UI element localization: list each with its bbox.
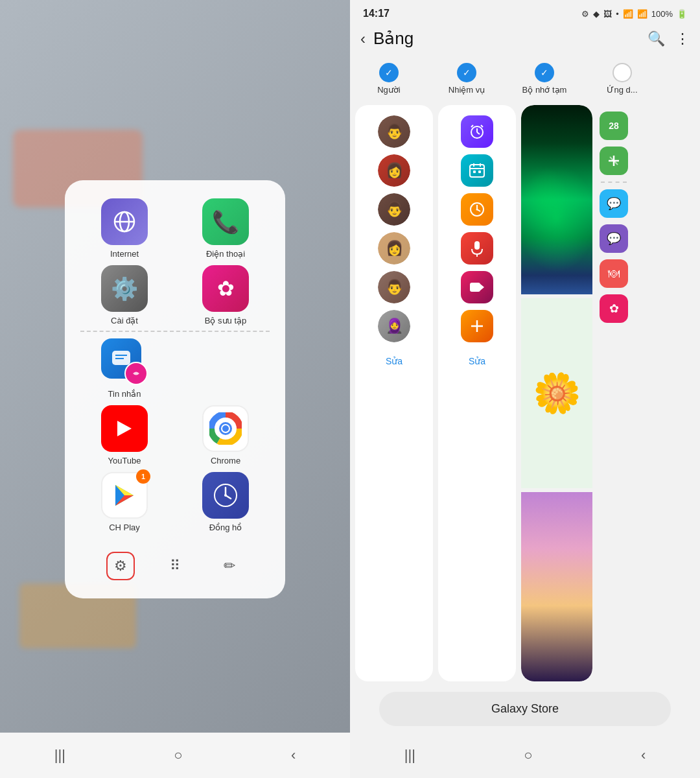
- galaxy-store-button[interactable]: Galaxy Store: [379, 692, 671, 726]
- task-calendar[interactable]: [461, 154, 493, 187]
- task-clock[interactable]: [461, 193, 493, 226]
- col-bonho: [521, 105, 592, 681]
- sua-nguoi-link[interactable]: Sửa: [386, 356, 402, 366]
- tab-nhiemvu[interactable]: ✓ Nhiệm vụ: [428, 59, 506, 99]
- nav-back-right[interactable]: ‹: [641, 747, 646, 764]
- chrome-icon: [202, 405, 249, 452]
- svg-point-29: [476, 209, 478, 211]
- dot-icon: •: [616, 9, 619, 19]
- extra-app-addx[interactable]: [600, 147, 628, 175]
- internet-label: Internet: [110, 249, 139, 259]
- yt-bg: [104, 414, 145, 443]
- nav-recent-left[interactable]: |||: [54, 747, 65, 764]
- app-grid-yt-chrome: YouTube: [80, 405, 270, 466]
- person-1-img: 👨: [378, 115, 410, 148]
- nav-home-left[interactable]: ○: [174, 747, 182, 764]
- divider-1: [80, 331, 270, 332]
- app-item-clock[interactable]: Đồng hồ: [181, 472, 270, 532]
- messages-icon-stack: [101, 338, 148, 385]
- task-mic[interactable]: [461, 232, 493, 265]
- avatar-2[interactable]: 👩: [378, 154, 410, 187]
- back-button[interactable]: ‹: [360, 30, 366, 48]
- app-item-internet[interactable]: Internet: [80, 198, 169, 259]
- person-2-img: 👩: [378, 154, 410, 187]
- widget-bottom-bar: ⚙ ⠿ ✏: [80, 543, 270, 585]
- chplay-icon-wrap: 1: [101, 472, 148, 519]
- app-item-chrome[interactable]: Chrome: [181, 405, 270, 466]
- app-item-messages[interactable]: Tin nhắn: [80, 338, 169, 399]
- youtube-label: YouTube: [108, 456, 141, 466]
- top-bar: ‹ Bảng 🔍 ⋮: [350, 23, 700, 56]
- search-icon[interactable]: 🔍: [648, 30, 665, 47]
- person-5-img: 👨: [378, 271, 410, 303]
- avatar-1[interactable]: 👨: [378, 115, 410, 148]
- app-item-phone[interactable]: 📞 Điện thoại: [181, 198, 270, 259]
- settings-highlight-icon: ⚙: [114, 558, 127, 574]
- app-item-placeholder: [181, 338, 270, 399]
- tab-nhiemvu-label: Nhiệm vụ: [449, 85, 485, 95]
- top-bar-left: ‹ Bảng: [360, 29, 414, 49]
- photo-divider: [521, 296, 592, 297]
- tab-nguoi[interactable]: ✓ Người: [350, 59, 428, 99]
- person-6-img: 🧕: [378, 310, 410, 342]
- task-add[interactable]: [461, 310, 493, 342]
- svg-rect-20: [470, 165, 484, 177]
- bảng-content: 👨 👩 👨 👩 👨 🧕 Sửa: [350, 105, 700, 681]
- more-icon[interactable]: ⋮: [675, 30, 690, 47]
- svg-rect-30: [474, 241, 480, 250]
- avatar-6[interactable]: 🧕: [378, 310, 410, 342]
- category-tabs: ✓ Người ✓ Nhiệm vụ ✓ Bộ nhớ tạm Ứng d...: [350, 56, 700, 105]
- svg-rect-25: [478, 171, 481, 173]
- avatar-3[interactable]: 👨: [378, 193, 410, 226]
- person-4-img: 👩: [378, 232, 410, 265]
- avatar-4[interactable]: 👩: [378, 232, 410, 265]
- app-item-youtube[interactable]: YouTube: [80, 405, 169, 466]
- task-video[interactable]: [461, 271, 493, 303]
- nav-home-right[interactable]: ○: [524, 747, 532, 764]
- svg-rect-32: [470, 283, 480, 292]
- photo-divider2: [521, 489, 592, 491]
- phone-label: Điện thoại: [206, 249, 245, 259]
- grid-icon: ⠿: [170, 558, 180, 574]
- tab-ungdung[interactable]: Ứng d...: [583, 59, 661, 99]
- extra-app-chat[interactable]: 💬: [600, 189, 628, 218]
- col-nhiemvu: Sửa: [438, 105, 516, 681]
- settings-highlighted-btn[interactable]: ⚙: [106, 552, 135, 580]
- app-grid-chplay-clock: 1 CH Play Đồng hồ: [80, 472, 270, 532]
- settings-label: Cài đặt: [111, 316, 138, 325]
- chrome-icon-inner: [205, 408, 246, 449]
- extra-app-food[interactable]: 🍽: [600, 259, 628, 288]
- app-item-settings[interactable]: ⚙️ Cài đặt: [80, 265, 169, 325]
- app-item-chplay[interactable]: 1 CH Play: [80, 472, 169, 532]
- tab-bonhotam[interactable]: ✓ Bộ nhớ tạm: [506, 59, 583, 99]
- avatar-5[interactable]: 👨: [378, 271, 410, 303]
- extra-app-flower[interactable]: ✿: [600, 294, 628, 323]
- nav-bar-left: ||| ○ ‹: [0, 733, 350, 778]
- photo-daisy: [521, 298, 592, 488]
- sua-nhiemvu-link[interactable]: Sửa: [469, 356, 485, 366]
- task-alarm[interactable]: [461, 115, 493, 148]
- grid-btn[interactable]: ⠿: [161, 552, 189, 580]
- messages-label: Tin nhắn: [108, 389, 141, 399]
- tab-bonhotam-label: Bộ nhớ tạm: [522, 85, 567, 95]
- nav-recent-right[interactable]: |||: [404, 747, 415, 764]
- svg-rect-24: [473, 171, 476, 173]
- chplay-label: CH Play: [109, 523, 140, 532]
- gallery-icon: ✿: [202, 265, 249, 312]
- app-item-gallery[interactable]: ✿ Bộ sưu tập: [181, 265, 270, 325]
- messages-overlay-icon: [124, 362, 148, 385]
- extra-app-messenger[interactable]: 💬: [600, 224, 628, 253]
- wifi-icon: 📶: [623, 9, 633, 19]
- person-3-img: 👨: [378, 193, 410, 226]
- signal-icon: 📶: [637, 9, 648, 19]
- battery-icon: 🔋: [677, 9, 687, 19]
- widget-card: Internet 📞 Điện thoại ⚙️ Cài đặt ✿: [65, 180, 285, 598]
- col-extra: 28 💬 💬 🍽 ✿: [598, 105, 630, 681]
- col-nhiemvu-footer: Sửa: [469, 355, 485, 367]
- extra-app-calendar[interactable]: 28: [600, 112, 628, 140]
- svg-line-17: [477, 132, 480, 134]
- right-panel: 14:17 ⚙ ◆ 🖼 • 📶 📶 100% 🔋 ‹ Bảng 🔍 ⋮ ✓ Ng…: [350, 0, 700, 778]
- edit-btn[interactable]: ✏: [215, 552, 244, 580]
- nav-back-left[interactable]: ‹: [291, 747, 296, 764]
- left-panel: Internet 📞 Điện thoại ⚙️ Cài đặt ✿: [0, 0, 350, 778]
